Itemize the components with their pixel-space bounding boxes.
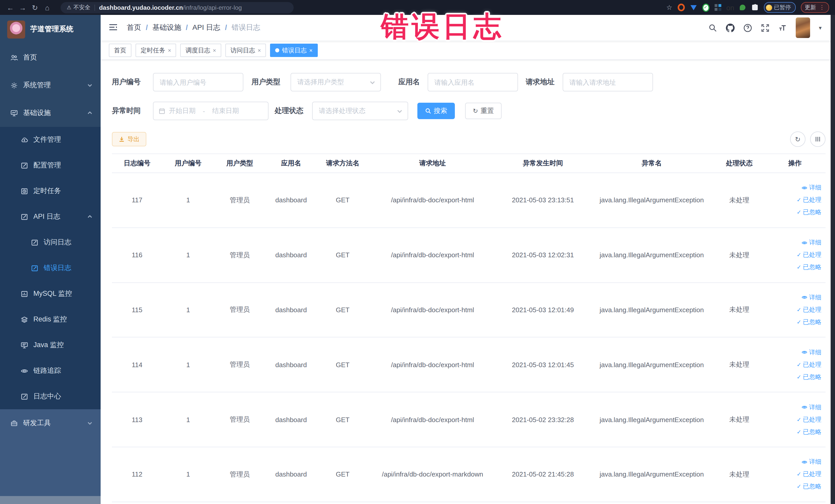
- column-settings-button[interactable]: [810, 132, 826, 147]
- detail-link[interactable]: 详细: [801, 348, 821, 357]
- github-icon[interactable]: [726, 23, 735, 32]
- extension-orange-icon[interactable]: [677, 4, 685, 11]
- check-icon: ✓: [797, 484, 801, 490]
- sidebar-item-trace[interactable]: 链路追踪: [0, 358, 101, 384]
- browser-update-button[interactable]: 更新 ⋮: [801, 2, 829, 13]
- help-icon[interactable]: [744, 23, 752, 32]
- mark-processed-link[interactable]: ✓已处理: [797, 196, 821, 205]
- gear-icon: [10, 81, 18, 89]
- mark-ignored-link[interactable]: ✓已忽略: [797, 373, 821, 382]
- user-type-select[interactable]: 请选择用户类型: [290, 73, 381, 92]
- search-icon[interactable]: [709, 23, 717, 32]
- close-icon[interactable]: ×: [168, 47, 171, 53]
- export-button[interactable]: 导出: [112, 132, 146, 146]
- search-icon: [425, 108, 431, 114]
- mark-processed-link[interactable]: ✓已处理: [797, 361, 821, 369]
- sidebar-item-infrastructure[interactable]: 基础设施: [0, 99, 101, 127]
- window-scrollbar[interactable]: [830, 15, 835, 504]
- detail-link[interactable]: 详细: [801, 403, 821, 411]
- sidebar-item-api-log[interactable]: API 日志: [0, 204, 101, 229]
- sidebar-item-redis-monitor[interactable]: Redis 监控: [0, 306, 101, 332]
- cell-exception: java.lang.IllegalArgumentException: [589, 471, 714, 478]
- sidebar-item-mysql-monitor[interactable]: MySQL 监控: [0, 281, 101, 306]
- mark-ignored-link[interactable]: ✓已忽略: [797, 208, 821, 217]
- search-button[interactable]: 搜索: [418, 103, 455, 119]
- sidebar-item-java-monitor[interactable]: Java 监控: [0, 332, 101, 358]
- tag-home[interactable]: 首页: [109, 44, 131, 57]
- mark-processed-link[interactable]: ✓已处理: [797, 250, 821, 259]
- extension-leaf-icon[interactable]: [739, 4, 746, 11]
- edit-square-icon: [21, 161, 28, 169]
- detail-link[interactable]: 详细: [801, 184, 821, 192]
- extension-on-badge-icon[interactable]: on: [727, 4, 734, 11]
- mark-ignored-link[interactable]: ✓已忽略: [797, 482, 821, 491]
- mark-processed-link[interactable]: ✓已处理: [797, 415, 821, 424]
- breadcrumb-current: 错误日志: [231, 23, 260, 32]
- close-icon[interactable]: ×: [309, 47, 313, 53]
- sidebar-item-system-mgmt[interactable]: 系统管理: [0, 72, 101, 99]
- detail-link[interactable]: 详细: [801, 458, 821, 466]
- breadcrumb-infrastructure[interactable]: 基础设施: [152, 23, 192, 32]
- user-menu-caret-icon[interactable]: ▾: [819, 24, 822, 31]
- address-bar[interactable]: ⚠ 不安全 dashboard.yudao.iocoder.cn/infra/l…: [61, 2, 294, 13]
- sidebar-item-file-mgmt[interactable]: 文件管理: [0, 127, 101, 153]
- col-header-exception: 异常名: [589, 159, 714, 168]
- sidebar-item-error-log[interactable]: 错误日志: [0, 255, 101, 281]
- sidebar-item-access-log[interactable]: 访问日志: [0, 229, 101, 255]
- tag-scheduled-jobs[interactable]: 定时任务×: [136, 44, 176, 57]
- tag-access-log[interactable]: 访问日志×: [225, 44, 266, 57]
- sidebar-item-log-center[interactable]: 日志中心: [0, 384, 101, 409]
- request-url-input[interactable]: [563, 73, 653, 92]
- mark-ignored-link[interactable]: ✓已忽略: [797, 318, 821, 327]
- extension-check-icon[interactable]: ✓: [702, 4, 709, 11]
- cell-user-id: 1: [162, 416, 214, 423]
- font-size-icon[interactable]: [778, 23, 787, 32]
- chevron-down-icon: [87, 83, 93, 88]
- reset-button[interactable]: ↻ 重置: [465, 103, 502, 119]
- browser-menu-icon[interactable]: ⋮: [819, 4, 825, 11]
- mark-ignored-link[interactable]: ✓已忽略: [797, 263, 821, 271]
- sidebar-item-config-mgmt[interactable]: 配置管理: [0, 153, 101, 178]
- browser-back-icon[interactable]: ←: [4, 3, 16, 12]
- close-icon[interactable]: ×: [213, 47, 216, 53]
- close-icon[interactable]: ×: [258, 47, 261, 53]
- browser-home-icon[interactable]: ⌂: [41, 3, 54, 12]
- hamburger-icon[interactable]: [109, 23, 118, 32]
- cell-actions: 详细 ✓已处理 ✓已忽略: [765, 293, 826, 327]
- detail-link[interactable]: 详细: [801, 293, 821, 302]
- mark-processed-link[interactable]: ✓已处理: [797, 305, 821, 314]
- detail-link[interactable]: 详细: [801, 238, 821, 247]
- profile-paused-badge[interactable]: 已暂停: [763, 2, 795, 13]
- tag-error-log[interactable]: 错误日志×: [270, 44, 318, 57]
- fullscreen-icon[interactable]: [761, 23, 770, 32]
- sidebar-item-dev-tools[interactable]: 研发工具: [0, 409, 101, 437]
- extension-grid-icon[interactable]: [714, 4, 721, 11]
- sidebar-item-home[interactable]: 首页: [0, 44, 101, 72]
- tag-schedule-log[interactable]: 调度日志×: [180, 44, 221, 57]
- extensions-puzzle-icon[interactable]: [751, 4, 758, 11]
- breadcrumb-api-log[interactable]: API 日志: [192, 23, 232, 32]
- monitor-icon: [10, 109, 18, 117]
- user-id-input[interactable]: [153, 73, 243, 92]
- browser-forward-icon[interactable]: →: [16, 3, 29, 12]
- sidebar-item-scheduled-jobs[interactable]: 定时任务: [0, 178, 101, 204]
- app-logo-row[interactable]: 芋道管理系统: [0, 15, 101, 44]
- breadcrumb-home[interactable]: 首页: [127, 23, 152, 32]
- cell-time: 2021-05-03 12:01:45: [496, 361, 589, 369]
- url-path: /infra/log/api-error-log: [183, 4, 242, 11]
- browser-toolbar: ← → ↻ ⌂ ⚠ 不安全 dashboard.yudao.iocoder.cn…: [0, 0, 835, 15]
- cell-method: GET: [317, 471, 369, 478]
- mark-ignored-link[interactable]: ✓已忽略: [797, 427, 821, 436]
- refresh-table-button[interactable]: ↻: [790, 132, 806, 147]
- browser-reload-icon[interactable]: ↻: [29, 3, 41, 12]
- mark-processed-link[interactable]: ✓已处理: [797, 470, 821, 479]
- app-name-input[interactable]: [428, 73, 518, 92]
- col-header-app-name: 应用名: [265, 159, 317, 168]
- user-avatar[interactable]: [796, 18, 810, 38]
- layers-icon: [21, 316, 28, 323]
- process-status-select[interactable]: 请选择处理状态: [312, 102, 408, 120]
- bookmark-star-icon[interactable]: ☆: [666, 4, 672, 11]
- date-range-picker[interactable]: 开始日期 - 结束日期: [153, 102, 268, 120]
- extension-shield-icon[interactable]: [690, 4, 697, 11]
- cloud-upload-icon: [21, 136, 28, 143]
